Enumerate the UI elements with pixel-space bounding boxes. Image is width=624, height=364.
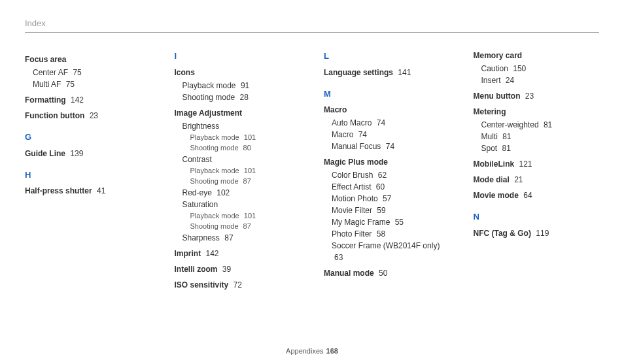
entry-magic-plus-mode: Magic Plus mode: [324, 156, 450, 168]
page-ref: 101: [244, 212, 256, 220]
subentry-contrast: Contrast: [182, 154, 301, 165]
page-ref: 87: [243, 222, 251, 230]
subentry: Multi 81: [481, 131, 600, 142]
subentry: Playback mode 101: [190, 132, 301, 143]
entry-icons: Icons: [175, 67, 301, 78]
entry-label: ISO sensitivity: [175, 280, 229, 290]
page: Index Focus area Center AF 75 Multi AF 7…: [0, 0, 624, 364]
entry-label: Menu button: [474, 91, 521, 101]
page-ref: 59: [377, 206, 385, 215]
subentry: Effect Artist 60: [332, 181, 450, 193]
subentry-saturation: Saturation: [182, 199, 301, 210]
page-ref: 119: [536, 229, 549, 238]
page-ref: 55: [395, 218, 404, 227]
subentry-label: Center-weighted: [481, 120, 539, 129]
entry-iso-sensitivity: ISO sensitivity 72: [175, 279, 301, 291]
index-col-1: Focus area Center AF 75 Multi AF 75 Form…: [25, 50, 151, 292]
page-ref: 39: [222, 265, 231, 274]
subentry: Shooting mode 87: [190, 176, 301, 187]
page-ref: 101: [244, 167, 256, 174]
page-ref: 60: [376, 182, 385, 191]
subentry-brightness: Brightness: [182, 120, 301, 132]
entry-menu-button: Menu button 23: [474, 90, 600, 102]
subentry-label: Soccer Frame (WB2014F only): [332, 241, 440, 250]
entry-label: Magic Plus mode: [324, 157, 388, 167]
entry-metering: Metering: [474, 106, 600, 118]
page-footer: Appendixes168: [0, 347, 624, 355]
entry-nfc: NFC (Tag & Go) 119: [474, 227, 600, 239]
entry-macro: Macro: [324, 104, 450, 116]
page-ref: 63: [334, 253, 343, 262]
subentry: Multi AF 75: [33, 78, 151, 90]
subentry: Playback mode 101: [190, 165, 301, 176]
page-ref: 87: [243, 177, 251, 185]
subentry: Manual Focus 74: [332, 141, 450, 152]
entry-function-button: Function button 23: [25, 110, 151, 122]
index-col-3: L Language settings 141 M Macro Auto Mac…: [324, 50, 450, 292]
subentry-label: Caution: [481, 64, 508, 73]
subentry-label: Red-eye: [182, 188, 212, 197]
entry-label: NFC (Tag & Go): [474, 229, 531, 238]
page-ref: 74: [358, 130, 367, 139]
entry-label: Imprint: [175, 249, 201, 258]
entry-label: Mode dial: [474, 175, 510, 184]
subentry: Spot 81: [481, 142, 600, 154]
page-ref: 87: [224, 233, 233, 242]
subentry-label: Color Brush: [332, 171, 373, 180]
subentry: Sharpness 87: [182, 232, 301, 244]
page-ref: 81: [502, 132, 511, 141]
entry-label: Macro: [324, 105, 347, 114]
page-ref: 141: [398, 68, 411, 77]
page-ref: 58: [377, 229, 385, 239]
subentry: Center-weighted 81: [481, 119, 600, 131]
subentry-label: Photo Filter: [332, 229, 372, 239]
entry-image-adjustment: Image Adjustment: [175, 107, 301, 119]
entry-focus-area: Focus area: [25, 54, 151, 65]
subentry-label: Effect Artist: [332, 182, 371, 191]
index-col-4: Memory card Caution 150 Insert 24 Menu b…: [474, 50, 600, 292]
subentry-label: Motion Photo: [332, 194, 378, 203]
letter-m: M: [324, 88, 450, 101]
entry-guide-line: Guide Line 139: [25, 148, 151, 159]
letter-h: H: [25, 169, 151, 182]
footer-page-number: 168: [326, 347, 338, 355]
subentry-label: Playback mode: [190, 133, 239, 141]
subentry-label: Manual Focus: [332, 142, 381, 151]
entry-label: Intelli zoom: [175, 265, 218, 274]
entry-language-settings: Language settings 141: [324, 67, 450, 78]
subentry: Movie Filter 59: [332, 205, 450, 216]
letter-i: I: [175, 50, 301, 63]
page-ref: 75: [73, 68, 81, 77]
subentry: Motion Photo 57: [332, 193, 450, 205]
entry-label: Guide Line: [25, 149, 65, 158]
entry-label: Memory card: [474, 51, 523, 60]
subentry: Shooting mode 87: [190, 221, 301, 232]
subentry-label: Macro: [332, 130, 353, 139]
page-ref: 91: [241, 81, 249, 90]
page-ref: 74: [386, 142, 394, 151]
subentry: My Magic Frame 55: [332, 216, 450, 228]
page-ref: 23: [90, 111, 98, 120]
subentry-label: Sharpness: [182, 233, 220, 242]
letter-n: N: [474, 210, 600, 223]
entry-mobilelink: MobileLink 121: [474, 158, 600, 170]
page-ref: 50: [379, 269, 387, 278]
entry-formatting: Formatting 142: [25, 94, 151, 106]
page-ref: 101: [244, 133, 256, 141]
subentry: Photo Filter 58: [332, 228, 450, 240]
subentry: Auto Macro 74: [332, 117, 450, 129]
subentry: Shooting mode 80: [190, 142, 301, 154]
entry-half-press-shutter: Half-press shutter 41: [25, 185, 151, 197]
footer-label: Appendixes: [286, 347, 324, 355]
page-ref: 81: [544, 120, 552, 129]
subentry-label: Shooting mode: [182, 93, 235, 102]
page-ref: 80: [243, 144, 251, 152]
subentry-label: Playback mode: [182, 81, 236, 90]
entry-label: Icons: [175, 68, 195, 77]
page-ref: 142: [206, 249, 219, 258]
entry-label: Focus area: [25, 55, 66, 64]
subentry: Caution 150: [481, 63, 600, 74]
entry-label: Half-press shutter: [25, 186, 92, 195]
page-ref: 24: [506, 76, 514, 85]
entry-mode-dial: Mode dial 21: [474, 174, 600, 186]
